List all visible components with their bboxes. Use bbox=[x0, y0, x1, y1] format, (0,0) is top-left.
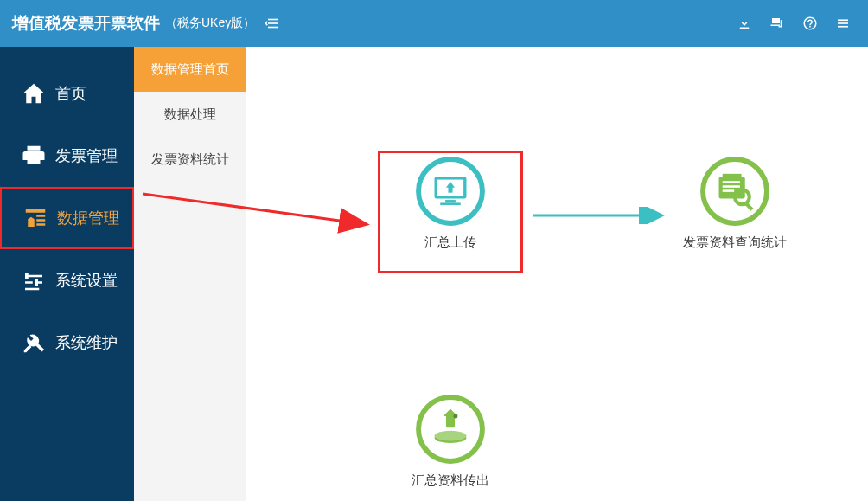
tools-icon bbox=[21, 330, 47, 356]
collapse-menu-icon[interactable] bbox=[265, 16, 281, 31]
nav-label: 系统维护 bbox=[55, 332, 118, 353]
upload-circle-icon bbox=[414, 155, 487, 228]
nav-label: 发票管理 bbox=[55, 145, 118, 166]
devices-icon[interactable] bbox=[769, 16, 785, 31]
tile-label: 发票资料查询统计 bbox=[670, 234, 800, 251]
svg-rect-24 bbox=[744, 202, 753, 211]
app-subtitle: （税务UKey版） bbox=[165, 16, 255, 31]
svg-rect-20 bbox=[723, 181, 740, 183]
nav-label: 系统设置 bbox=[55, 270, 118, 291]
sub-invoice-stats[interactable]: 发票资料统计 bbox=[134, 137, 246, 182]
sub-sidebar: 数据管理首页 数据处理 发票资料统计 bbox=[134, 47, 246, 501]
nav-home[interactable]: 首页 bbox=[0, 62, 134, 125]
help-icon[interactable] bbox=[802, 16, 818, 31]
tile-upload[interactable]: 汇总上传 bbox=[386, 155, 515, 251]
tile-label: 汇总资料传出 bbox=[386, 472, 515, 489]
nav-label: 首页 bbox=[55, 83, 86, 104]
nav-invoice-mgmt[interactable]: 发票管理 bbox=[0, 125, 134, 187]
nav-data-mgmt[interactable]: 数据管理 bbox=[0, 187, 134, 249]
home-icon bbox=[21, 80, 47, 106]
svg-rect-14 bbox=[448, 187, 452, 193]
export-circle-icon bbox=[414, 393, 487, 466]
sub-label: 发票资料统计 bbox=[151, 151, 229, 168]
svg-rect-12 bbox=[440, 202, 461, 205]
sub-label: 数据处理 bbox=[164, 106, 216, 123]
svg-rect-21 bbox=[723, 185, 740, 188]
nav-label: 数据管理 bbox=[57, 208, 119, 228]
svg-rect-22 bbox=[723, 189, 734, 192]
content-panel: 汇总上传 bbox=[246, 47, 868, 501]
printer-icon bbox=[21, 143, 47, 169]
tile-query[interactable]: 发票资料查询统计 bbox=[670, 155, 800, 251]
top-bar: 增值税发票开票软件 （税务UKey版） bbox=[0, 0, 868, 47]
nav-maintenance[interactable]: 系统维护 bbox=[0, 312, 134, 374]
svg-rect-19 bbox=[723, 174, 742, 178]
svg-point-30 bbox=[453, 414, 457, 418]
svg-point-25 bbox=[418, 397, 482, 461]
sub-data-home[interactable]: 数据管理首页 bbox=[134, 47, 246, 92]
download-icon[interactable] bbox=[737, 16, 752, 31]
nav-settings[interactable]: 系统设置 bbox=[0, 249, 134, 312]
data-icon bbox=[22, 205, 48, 231]
sub-label: 数据管理首页 bbox=[151, 61, 229, 78]
menu-icon[interactable] bbox=[835, 16, 851, 31]
tile-export[interactable]: 汇总资料传出 bbox=[386, 393, 515, 489]
sliders-icon bbox=[21, 267, 47, 293]
top-right-actions bbox=[737, 16, 861, 31]
sidebar: 首页 发票管理 数据管理 系统设置 系统维护 bbox=[0, 47, 134, 501]
sub-data-process[interactable]: 数据处理 bbox=[134, 92, 246, 137]
app-title: 增值税发票开票软件 bbox=[12, 12, 160, 35]
svg-rect-11 bbox=[445, 200, 456, 202]
svg-point-27 bbox=[435, 431, 467, 441]
query-circle-icon bbox=[699, 155, 771, 228]
tile-label: 汇总上传 bbox=[386, 234, 515, 251]
flow-arrow-icon bbox=[532, 207, 670, 224]
main-layout: 首页 发票管理 数据管理 系统设置 系统维护 bbox=[0, 47, 868, 501]
